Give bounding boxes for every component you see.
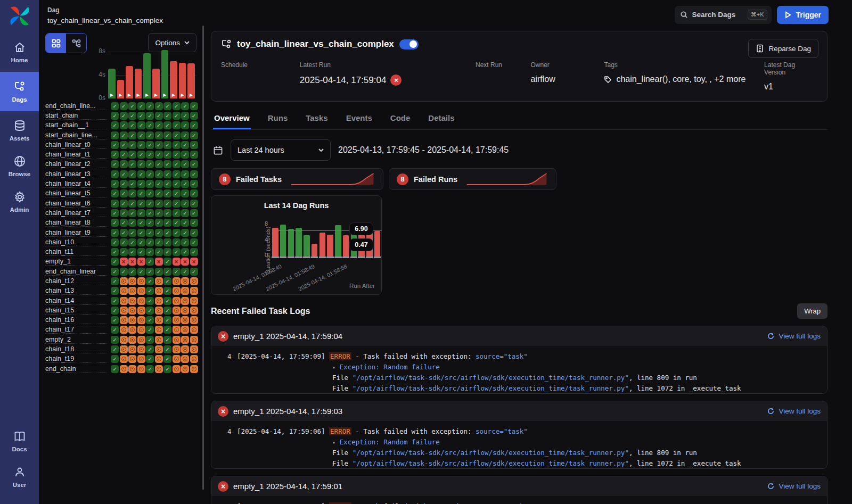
task-instance-success[interactable] <box>111 209 119 217</box>
task-instance-success[interactable] <box>163 160 171 168</box>
task-instance-success[interactable] <box>163 209 171 217</box>
task-instance-success[interactable] <box>111 307 119 315</box>
task-instance-success[interactable] <box>128 219 136 227</box>
task-instance-success[interactable] <box>181 268 189 276</box>
task-instance-success[interactable] <box>173 229 181 237</box>
task-instance-success[interactable] <box>181 248 189 256</box>
task-instance-success[interactable] <box>128 229 136 237</box>
task-instance-success[interactable] <box>111 316 119 324</box>
task-instance-success[interactable] <box>111 189 119 197</box>
task-instance-upstream_failed[interactable] <box>120 297 128 305</box>
task-name[interactable]: chain_linear_t1 <box>45 151 107 159</box>
task-instance-upstream_failed[interactable] <box>137 307 145 315</box>
task-instance-success[interactable] <box>190 189 198 197</box>
task-instance-success[interactable] <box>173 268 181 276</box>
task-instance-success[interactable] <box>146 248 154 256</box>
task-name[interactable]: end_chain_line... <box>45 102 107 110</box>
task-instance-upstream_failed[interactable] <box>173 326 181 334</box>
task-instance-success[interactable] <box>163 297 171 305</box>
task-instance-success[interactable] <box>163 326 171 334</box>
task-instance-success[interactable] <box>190 268 198 276</box>
task-instance-success[interactable] <box>173 170 181 178</box>
task-name[interactable]: chain_t19 <box>45 355 107 363</box>
task-instance-success[interactable] <box>137 268 145 276</box>
task-instance-success[interactable] <box>146 365 154 373</box>
airflow-logo-icon[interactable] <box>8 4 31 28</box>
task-name[interactable]: start_chain__1 <box>45 121 107 129</box>
task-instance-upstream_failed[interactable] <box>181 345 189 353</box>
task-instance-upstream_failed[interactable] <box>120 277 128 285</box>
task-instance-upstream_failed[interactable] <box>190 307 198 315</box>
task-instance-success[interactable] <box>163 189 171 197</box>
task-instance-upstream_failed[interactable] <box>128 307 136 315</box>
run-bar[interactable]: ▶ <box>170 61 177 98</box>
task-instance-success[interactable] <box>173 238 181 246</box>
task-instance-success[interactable] <box>163 121 171 129</box>
task-instance-upstream_failed[interactable] <box>181 336 189 344</box>
task-instance-success[interactable] <box>111 355 119 363</box>
run-bar[interactable]: ▶ <box>135 69 142 98</box>
task-instance-upstream_failed[interactable] <box>137 316 145 324</box>
sidebar-item-admin[interactable]: Admin <box>0 186 39 218</box>
task-instance-success[interactable] <box>190 102 198 110</box>
task-instance-upstream_failed[interactable] <box>120 307 128 315</box>
task-instance-success[interactable] <box>111 160 119 168</box>
task-instance-success[interactable] <box>111 238 119 246</box>
task-instance-success[interactable] <box>146 277 154 285</box>
task-instance-upstream_failed[interactable] <box>173 297 181 305</box>
task-instance-success[interactable] <box>163 268 171 276</box>
task-instance-success[interactable] <box>155 141 163 149</box>
task-instance-success[interactable] <box>190 180 198 188</box>
task-name[interactable]: chain_t18 <box>45 345 107 353</box>
task-instance-success[interactable] <box>163 229 171 237</box>
task-instance-success[interactable] <box>181 151 189 159</box>
sidebar-item-dags[interactable]: Dags <box>0 72 39 111</box>
task-instance-upstream_failed[interactable] <box>120 365 128 373</box>
grid-view-button[interactable] <box>46 34 66 53</box>
task-name[interactable]: chain_t16 <box>45 316 107 324</box>
task-instance-success[interactable] <box>111 258 119 266</box>
task-instance-success[interactable] <box>120 200 128 208</box>
search-dags-input[interactable]: Search Dags ⌘+K <box>675 6 772 24</box>
task-instance-success[interactable] <box>111 131 119 139</box>
task-instance-upstream_failed[interactable] <box>137 345 145 353</box>
task-instance-success[interactable] <box>146 345 154 353</box>
task-instance-upstream_failed[interactable] <box>128 345 136 353</box>
task-instance-success[interactable] <box>146 180 154 188</box>
task-instance-success[interactable] <box>163 151 171 159</box>
task-instance-success[interactable] <box>181 219 189 227</box>
task-instance-success[interactable] <box>120 141 128 149</box>
task-instance-success[interactable] <box>181 160 189 168</box>
task-instance-success[interactable] <box>190 219 198 227</box>
task-instance-success[interactable] <box>111 345 119 353</box>
log-body[interactable]: 4[2025-04-14, 17:59:06] ERROR - Task fai… <box>211 421 827 468</box>
task-instance-success[interactable] <box>120 170 128 178</box>
task-instance-success[interactable] <box>146 326 154 334</box>
wrap-button[interactable]: Wrap <box>797 303 828 319</box>
tab-details[interactable]: Details <box>427 109 455 129</box>
task-instance-upstream_failed[interactable] <box>120 326 128 334</box>
task-instance-success[interactable] <box>190 121 198 129</box>
task-instance-success[interactable] <box>181 189 189 197</box>
task-instance-success[interactable] <box>190 248 198 256</box>
task-name[interactable]: chain_linear_t7 <box>45 209 107 217</box>
task-instance-success[interactable] <box>111 200 119 208</box>
task-instance-success[interactable] <box>128 238 136 246</box>
task-name[interactable]: chain_t13 <box>45 287 107 295</box>
task-instance-upstream_failed[interactable] <box>120 336 128 344</box>
task-instance-success[interactable] <box>163 277 171 285</box>
task-instance-success[interactable] <box>146 287 154 295</box>
task-name[interactable]: chain_linear_t5 <box>45 189 107 197</box>
task-instance-success[interactable] <box>111 229 119 237</box>
task-instance-success[interactable] <box>128 131 136 139</box>
task-instance-upstream_failed[interactable] <box>181 307 189 315</box>
task-instance-success[interactable] <box>163 345 171 353</box>
task-name[interactable]: chain_t11 <box>45 248 107 256</box>
task-instance-success[interactable] <box>190 238 198 246</box>
task-instance-success[interactable] <box>155 248 163 256</box>
task-name[interactable]: chain_linear_t3 <box>45 170 107 178</box>
task-instance-success[interactable] <box>120 238 128 246</box>
task-instance-success[interactable] <box>155 102 163 110</box>
task-instance-success[interactable] <box>173 219 181 227</box>
task-instance-success[interactable] <box>173 180 181 188</box>
